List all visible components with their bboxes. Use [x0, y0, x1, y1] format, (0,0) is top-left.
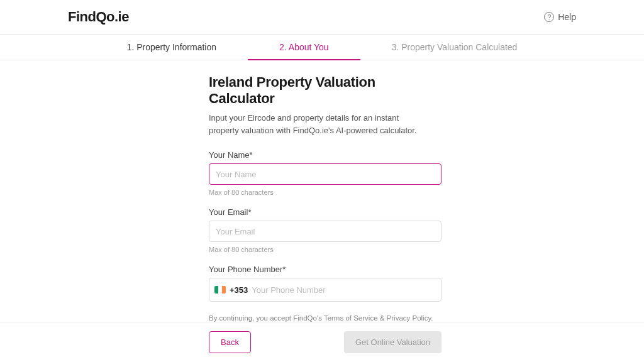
phone-label: Your Phone Number*: [209, 265, 441, 274]
step-valuation-calculated[interactable]: 3. Property Valuation Calculated: [360, 35, 549, 60]
name-label: Your Name*: [209, 150, 441, 160]
email-field: Your Email* Max of 80 characters: [209, 207, 441, 253]
ireland-flag-icon[interactable]: [214, 286, 226, 293]
email-input[interactable]: [209, 221, 441, 242]
step-property-info[interactable]: 1. Property Information: [96, 35, 248, 60]
brand-logo[interactable]: FindQo.ie: [68, 9, 129, 25]
help-icon: ?: [544, 12, 554, 22]
form-container: Ireland Property Valuation Calculator In…: [203, 60, 441, 356]
country-code: +353: [230, 285, 248, 295]
footer-bar: Back Get Online Valuation: [0, 322, 644, 362]
email-label: Your Email*: [209, 207, 441, 217]
step-tabs: 1. Property Information 2. About You 3. …: [0, 35, 644, 60]
page-subtitle: Input your Eircode and property details …: [209, 112, 429, 136]
phone-input[interactable]: [252, 285, 436, 295]
help-label: Help: [558, 12, 576, 22]
step-about-you[interactable]: 2. About You: [248, 35, 360, 60]
back-button[interactable]: Back: [209, 331, 251, 353]
phone-field: Your Phone Number* +353: [209, 265, 441, 302]
app-header: FindQo.ie ? Help: [0, 0, 644, 35]
name-hint: Max of 80 characters: [209, 189, 441, 196]
name-field: Your Name* Max of 80 characters: [209, 150, 441, 196]
name-input[interactable]: [209, 163, 441, 185]
email-hint: Max of 80 characters: [209, 246, 441, 253]
get-valuation-button[interactable]: Get Online Valuation: [344, 331, 441, 353]
page-title: Ireland Property Valuation Calculator: [209, 74, 441, 107]
phone-input-wrap: +353: [209, 278, 441, 302]
help-link[interactable]: ? Help: [544, 12, 576, 22]
